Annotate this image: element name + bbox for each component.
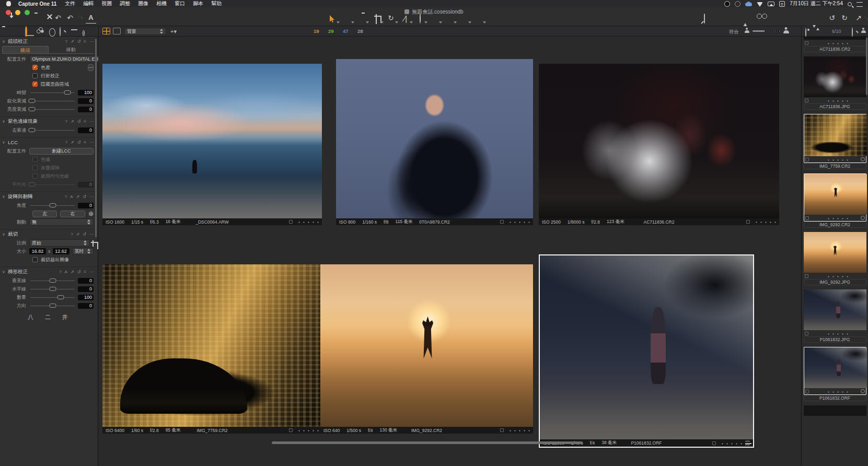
- filmstrip-search-icon[interactable]: [852, 28, 853, 37]
- light-falloff-slider[interactable]: [30, 109, 75, 110]
- section-header[interactable]: ∨ 梯形校正 ?A⇗↺≡⋯: [2, 268, 94, 276]
- cloud-icon[interactable]: [745, 3, 752, 6]
- grid-overlay-button[interactable]: [723, 14, 733, 24]
- photo-thumbnail[interactable]: [320, 264, 533, 427]
- select-checkbox[interactable]: [805, 216, 809, 220]
- section-header[interactable]: ∨ 裁切 ?⇗↺⋯: [2, 230, 94, 238]
- photo-thumbnail[interactable]: [540, 255, 753, 439]
- copy-icon[interactable]: ⇗: [71, 119, 74, 124]
- focus-loupe-button[interactable]: [757, 14, 767, 24]
- help-icon[interactable]: ?: [65, 140, 67, 145]
- reset-icon[interactable]: ↺: [77, 39, 81, 44]
- copy-icon[interactable]: ⇗: [76, 232, 80, 237]
- photo-thumbnail[interactable]: [539, 64, 779, 218]
- spotlight-search-icon[interactable]: [848, 2, 852, 6]
- tab-exposure[interactable]: [48, 27, 57, 36]
- rating-dots[interactable]: [825, 99, 848, 102]
- grid-view-button[interactable]: [102, 28, 110, 34]
- rating-dots[interactable]: [507, 220, 530, 223]
- menu-window[interactable]: 窗口: [175, 0, 185, 7]
- gradient-mask-tool[interactable]: [473, 14, 484, 24]
- collapse-chevron-icon[interactable]: ∨: [2, 39, 6, 44]
- grid-photo-3[interactable]: ISO 25001/8000 s f/2.8123 毫米 AC711836.CR…: [539, 64, 779, 225]
- crop-ratio-dropdown[interactable]: 原始: [29, 239, 90, 247]
- help-icon[interactable]: ?: [65, 194, 67, 199]
- count-blue[interactable]: 47: [343, 28, 349, 34]
- filmstrip-item[interactable]: IMG_9292.JPG: [804, 232, 866, 285]
- crop-width-input[interactable]: 16.82: [29, 248, 46, 254]
- filmstrip-item-selected[interactable]: IMG_7759.CR2: [804, 114, 866, 169]
- rating-dots[interactable]: [719, 442, 742, 445]
- reset-icon[interactable]: ↺: [77, 119, 81, 124]
- reset-icon[interactable]: ↺: [77, 270, 81, 274]
- notification-center-icon[interactable]: [857, 2, 863, 7]
- status-badge-icon[interactable]: [724, 1, 730, 7]
- wifi-icon[interactable]: [757, 2, 763, 7]
- redo-button[interactable]: ↷: [75, 13, 86, 24]
- viewer-view-button[interactable]: [113, 28, 121, 34]
- delete-button[interactable]: [41, 14, 52, 24]
- select-checkbox[interactable]: [805, 390, 809, 393]
- menu-image[interactable]: 圖像: [138, 0, 148, 7]
- uniform-light-slider[interactable]: [30, 184, 75, 185]
- select-checkbox[interactable]: [289, 428, 293, 432]
- app-menu-title[interactable]: Capture One 11: [18, 1, 56, 7]
- tab-lens-correction[interactable]: [25, 27, 34, 36]
- viewer-undo-button[interactable]: ↺: [827, 13, 837, 24]
- tab-movement[interactable]: 移動: [49, 46, 94, 53]
- menu-edit[interactable]: 編輯: [83, 0, 94, 7]
- filmstrip-item-selected[interactable]: P1061832.ORF: [804, 347, 866, 401]
- ca-analyze-button[interactable]: ⋯: [88, 64, 94, 71]
- menu-camera[interactable]: 相機: [156, 0, 167, 7]
- help-icon[interactable]: ?: [65, 119, 67, 124]
- thumbnail[interactable]: [804, 347, 867, 388]
- keystone-horizontal-icon[interactable]: 二: [45, 313, 51, 321]
- select-checkbox[interactable]: [805, 41, 808, 45]
- select-checkbox[interactable]: [805, 332, 808, 335]
- filmstrip-item-selected[interactable]: IMG_9292.CR2: [804, 173, 866, 228]
- select-checkbox[interactable]: [805, 274, 808, 278]
- select-checkbox[interactable]: [500, 428, 504, 432]
- tab-metadata[interactable]: [71, 27, 80, 36]
- import-button[interactable]: [3, 14, 14, 24]
- dust-removal-checkbox[interactable]: [32, 165, 38, 170]
- auto-icon[interactable]: A: [65, 270, 67, 274]
- section-header[interactable]: ∨ 旋轉與翻轉 ?A⇗↺⋯: [2, 193, 94, 201]
- color-cast-checkbox[interactable]: [32, 157, 38, 162]
- tab-output[interactable]: [83, 27, 91, 36]
- filmstrip-scrollbar[interactable]: [866, 38, 867, 95]
- section-header[interactable]: ∨ LCC ?⇗↺≡⋯: [2, 138, 94, 146]
- exposure-warning-button[interactable]: [740, 14, 750, 24]
- copy-icon[interactable]: ⇗: [71, 140, 74, 145]
- preset-icon[interactable]: ≡: [84, 270, 86, 274]
- filmstrip-item[interactable]: AC711836.JPG: [804, 56, 866, 110]
- distortion-slider[interactable]: [30, 92, 75, 93]
- hide-distorted-areas-checkbox[interactable]: [32, 81, 38, 87]
- filmstrip-item[interactable]: P1061832.JPG: [804, 289, 866, 343]
- keystone-vertical-icon[interactable]: 八: [28, 313, 33, 321]
- select-checkbox[interactable]: [289, 220, 293, 224]
- rating-dots[interactable]: [825, 390, 848, 393]
- count-green[interactable]: 29: [328, 28, 334, 34]
- menu-script[interactable]: 腳本: [193, 0, 203, 7]
- thumbnail[interactable]: [804, 232, 866, 273]
- viewer-redo-button[interactable]: ↻: [839, 13, 850, 24]
- tool-panel-scrollbar[interactable]: [95, 39, 97, 237]
- rating-dots[interactable]: [507, 429, 530, 432]
- menu-adjust[interactable]: 調整: [120, 0, 130, 7]
- rating-dots[interactable]: [296, 429, 319, 432]
- add-album-button[interactable]: +▾: [170, 28, 177, 35]
- select-checkbox[interactable]: [805, 158, 809, 161]
- variants-icon[interactable]: [745, 441, 750, 445]
- preset-icon[interactable]: ≡: [84, 39, 86, 44]
- photo-thumbnail[interactable]: [336, 59, 533, 218]
- display-icon[interactable]: [768, 2, 774, 6]
- proof-view-button[interactable]: [699, 14, 710, 24]
- straighten-freehand-icon[interactable]: ⊕: [88, 210, 94, 217]
- copy-icon[interactable]: ⇗: [76, 194, 80, 199]
- preset-icon[interactable]: ≡: [84, 119, 86, 124]
- rating-dots[interactable]: [753, 220, 776, 223]
- create-lcc-button[interactable]: 創建LCC: [29, 148, 94, 155]
- auto-icon[interactable]: A: [70, 194, 73, 199]
- grid-photo-2[interactable]: ISO 8001/160 s f/8115 毫米 0T0A9879.CR2: [336, 59, 533, 225]
